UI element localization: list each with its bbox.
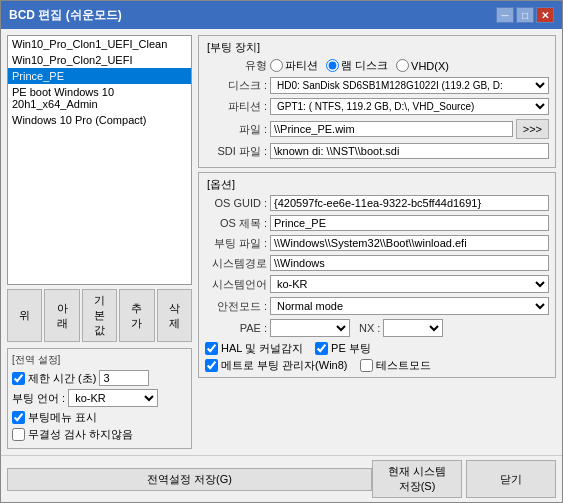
partition-select[interactable]: GPT1: ( NTFS, 119.2 GB, D:\, VHD_Source): [270, 98, 549, 115]
disk-label: 디스크 :: [205, 78, 267, 93]
metro-label: 메트로 부팅 관리자(Win8): [221, 358, 348, 373]
options-section: [옵션] OS GUID : OS 제목 : 부팅 파일 : 시스템경로: [198, 172, 556, 378]
main-content: Win10_Pro_Clon1_UEFI_CleanWin10_Pro_Clon…: [1, 29, 562, 455]
left-panel: Win10_Pro_Clon1_UEFI_CleanWin10_Pro_Clon…: [7, 35, 192, 449]
sdi-row: SDI 파일 :: [205, 143, 549, 159]
close-button[interactable]: ✕: [536, 7, 554, 23]
global-settings-title: [전역 설정]: [12, 353, 187, 367]
pae-select[interactable]: [270, 319, 350, 337]
timeout-input[interactable]: [99, 370, 149, 386]
close-button-footer[interactable]: 닫기: [466, 460, 556, 498]
metro-row[interactable]: 메트로 부팅 관리자(Win8): [205, 358, 348, 373]
list-item[interactable]: Prince_PE: [8, 68, 191, 84]
pae-nx-row: PAE : NX :: [205, 319, 549, 337]
sys-root-label: 시스템경로: [205, 256, 267, 271]
file-row: 파일 : >>>: [205, 119, 549, 139]
options-title: [옵션]: [205, 177, 549, 192]
add-button[interactable]: 추가: [119, 289, 154, 342]
type-label: 유형: [205, 58, 267, 73]
boot-device-title: [부팅 장치]: [205, 40, 549, 55]
hal-check-row[interactable]: HAL 및 커널감지: [205, 341, 303, 356]
list-item[interactable]: Win10_Pro_Clon2_UEFI: [8, 52, 191, 68]
integrity-label: 무결성 검사 하지않음: [28, 427, 133, 442]
pe-boot-checkbox[interactable]: [315, 342, 328, 355]
boot-lang-select[interactable]: ko-KR: [68, 389, 158, 407]
pae-label: PAE :: [205, 322, 267, 334]
radio-vhd[interactable]: VHD(X): [396, 59, 449, 72]
boot-file-row: 부팅 파일 :: [205, 235, 549, 251]
os-title-input[interactable]: [270, 215, 549, 231]
sys-lang-label: 시스템언어: [205, 277, 267, 292]
timeout-row: 제한 시간 (초): [12, 370, 187, 386]
file-input[interactable]: [270, 121, 513, 137]
boot-lang-label: 부팅 언어 :: [12, 391, 65, 406]
sdi-label: SDI 파일 :: [205, 144, 267, 159]
nx-select[interactable]: [383, 319, 443, 337]
partition-label: 파티션 :: [205, 99, 267, 114]
title-bar-buttons: ─ □ ✕: [496, 7, 554, 23]
os-guid-input[interactable]: [270, 195, 549, 211]
pe-boot-label: PE 부팅: [331, 341, 371, 356]
file-browse-button[interactable]: >>>: [516, 119, 549, 139]
timeout-label: 제한 시간 (초): [28, 371, 96, 386]
maximize-button[interactable]: □: [516, 7, 534, 23]
window-title: BCD 편집 (쉬운모드): [9, 7, 122, 24]
sys-root-row: 시스템경로: [205, 255, 549, 271]
minimize-button[interactable]: ─: [496, 7, 514, 23]
metro-checkbox[interactable]: [205, 359, 218, 372]
test-mode-checkbox[interactable]: [360, 359, 373, 372]
safe-mode-label: 안전모드 :: [205, 299, 267, 314]
down-button[interactable]: 아래: [44, 289, 79, 342]
partition-row: 파티션 : GPT1: ( NTFS, 119.2 GB, D:\, VHD_S…: [205, 98, 549, 115]
hal-label: HAL 및 커널감지: [221, 341, 303, 356]
save-global-button[interactable]: 전역설정 저장(G): [7, 468, 372, 491]
footer-bar: 전역설정 저장(G) 현재 시스템 저장(S) 닫기: [1, 455, 562, 502]
nx-label: NX :: [359, 322, 380, 334]
list-item[interactable]: Win10_Pro_Clon1_UEFI_Clean: [8, 36, 191, 52]
os-title-row: OS 제목 :: [205, 215, 549, 231]
os-guid-label: OS GUID :: [205, 197, 267, 209]
safe-mode-row: 안전모드 : Normal mode: [205, 297, 549, 315]
global-settings-box: [전역 설정] 제한 시간 (초) 부팅 언어 : ko-KR 부팅메뉴 표시: [7, 348, 192, 449]
boot-lang-row: 부팅 언어 : ko-KR: [12, 389, 187, 407]
boot-entry-list[interactable]: Win10_Pro_Clon1_UEFI_CleanWin10_Pro_Clon…: [7, 35, 192, 285]
safe-mode-select[interactable]: Normal mode: [270, 297, 549, 315]
up-button[interactable]: 위: [7, 289, 42, 342]
os-title-label: OS 제목 :: [205, 216, 267, 231]
disk-row: 디스크 : HD0: SanDisk SD6SB1M128G1022I (119…: [205, 77, 549, 94]
main-window: BCD 편집 (쉬운모드) ─ □ ✕ Win10_Pro_Clon1_UEFI…: [0, 0, 563, 503]
delete-button[interactable]: 삭제: [157, 289, 192, 342]
sys-lang-select[interactable]: ko-KR: [270, 275, 549, 293]
integrity-row: 무결성 검사 하지않음: [12, 427, 187, 442]
title-bar: BCD 편집 (쉬운모드) ─ □ ✕: [1, 1, 562, 29]
save-current-button[interactable]: 현재 시스템 저장(S): [372, 460, 462, 498]
sys-root-input[interactable]: [270, 255, 549, 271]
test-mode-label: 테스트모드: [376, 358, 431, 373]
bootmenu-checkbox[interactable]: [12, 411, 25, 424]
bootmenu-label: 부팅메뉴 표시: [28, 410, 97, 425]
disk-select[interactable]: HD0: SanDisk SD6SB1M128G1022I (119.2 GB,…: [270, 77, 549, 94]
hal-checkbox[interactable]: [205, 342, 218, 355]
file-label: 파일 :: [205, 122, 267, 137]
sdi-input[interactable]: [270, 143, 549, 159]
os-guid-row: OS GUID :: [205, 195, 549, 211]
boot-file-label: 부팅 파일 :: [205, 236, 267, 251]
pe-boot-row[interactable]: PE 부팅: [315, 341, 371, 356]
radio-ram-disk[interactable]: 램 디스크: [326, 58, 388, 73]
radio-partition[interactable]: 파티션: [270, 58, 318, 73]
timeout-checkbox[interactable]: [12, 372, 25, 385]
boot-device-section: [부팅 장치] 유형 파티션 램 디스크: [198, 35, 556, 168]
boot-file-input[interactable]: [270, 235, 549, 251]
bootmenu-row: 부팅메뉴 표시: [12, 410, 187, 425]
list-buttons: 위 아래 기본값 추가 삭제: [7, 289, 192, 342]
type-row: 유형 파티션 램 디스크 VHD(X): [205, 58, 549, 73]
integrity-checkbox[interactable]: [12, 428, 25, 441]
list-item[interactable]: Windows 10 Pro (Compact): [8, 112, 191, 128]
list-item[interactable]: PE boot Windows 10 20h1_x64_Admin: [8, 84, 191, 112]
right-panel: [부팅 장치] 유형 파티션 램 디스크: [198, 35, 556, 449]
type-radio-group: 파티션 램 디스크 VHD(X): [270, 58, 449, 73]
default-button[interactable]: 기본값: [82, 289, 117, 342]
test-mode-row[interactable]: 테스트모드: [360, 358, 431, 373]
sys-lang-row: 시스템언어 ko-KR: [205, 275, 549, 293]
